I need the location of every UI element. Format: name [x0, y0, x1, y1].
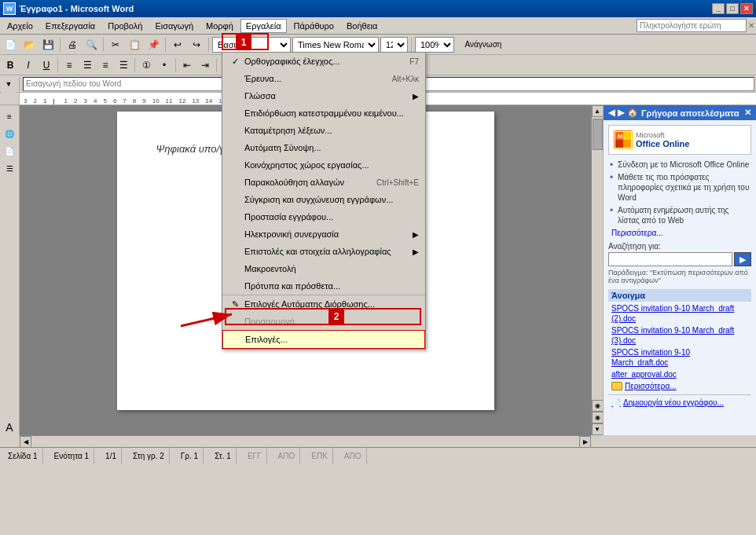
align-right-button[interactable]: ≡ [97, 57, 114, 74]
scroll-track-v[interactable] [593, 117, 603, 400]
panel-nav-back[interactable]: ◀ [608, 108, 615, 118]
panel-search-input[interactable] [608, 252, 732, 266]
customize-label: Προσαρμογή... [244, 317, 302, 326]
scroll-prev-page-btn[interactable]: ◉ [592, 400, 604, 412]
menu-options[interactable]: Επιλογές... [222, 330, 425, 349]
menu-autosummary[interactable]: Αυτόματη Σύνοψη... [222, 139, 425, 156]
bullets-button[interactable]: • [156, 57, 173, 74]
underline-button[interactable]: U [38, 57, 55, 74]
new-doc-link[interactable]: 📄 Δημιουργία νέου εγγράφου... [611, 398, 748, 407]
view-web-btn[interactable]: 🌐 [2, 126, 17, 141]
menu-macros[interactable]: Μακροεντολή [222, 260, 425, 277]
tools-dropdown-menu[interactable]: ✓ Ορθογραφικός έλεγχος... F7 Έρευνα... A… [222, 52, 426, 350]
indent-more-button[interactable]: ⇥ [196, 57, 214, 74]
scroll-up-btn[interactable]: ▲ [592, 105, 604, 117]
scroll-right-btn[interactable]: ▶ [579, 436, 591, 448]
scrollbar-vertical[interactable]: ▲ ◉ ◉ ▼ [591, 105, 603, 435]
close-button[interactable]: ✕ [740, 3, 753, 14]
menu-repair[interactable]: Επιδιόρθωση κατεστραμμένου κειμένου... [222, 104, 425, 122]
scrollbar-horizontal[interactable]: ◀ ▶ [20, 435, 591, 447]
menu-templates[interactable]: Πρότυπα και πρόσθετα... [222, 277, 425, 295]
folder-more-link[interactable]: Περισσότερα... [625, 381, 677, 391]
view-normal-btn[interactable]: ≡ [2, 108, 17, 124]
zoom-combo[interactable]: 100% [415, 37, 454, 53]
menu-letters[interactable]: Επιστολές και στοιχεία αλληλογραφίας ▶ [222, 243, 425, 260]
wordcount-icon [229, 124, 241, 137]
separator-1 [60, 38, 61, 52]
zoom-in-btn[interactable]: A [2, 420, 17, 435]
new-doc-icon: 📄 [611, 398, 621, 407]
menu-search-area: ✕ [637, 19, 754, 32]
scroll-track-h[interactable] [31, 437, 579, 447]
align-left-button[interactable]: ≡ [61, 57, 78, 74]
indent-less-button[interactable]: ⇤ [178, 57, 196, 74]
panel-search-btn[interactable]: ▶ [734, 252, 751, 266]
menu-autocorrect[interactable]: ✎ Επιλογές Αυτόματης Διόρθωσης... [222, 295, 425, 313]
read-mode-button[interactable]: Ανάγνωση [456, 36, 511, 53]
file-link-2[interactable]: SPOCS invitation 9-10 March_draft.doc [611, 347, 748, 368]
menu-workspace[interactable]: Κοινόχρηστος χώρος εργασίας... [222, 156, 425, 174]
file-link-3[interactable]: after_approval.doc [611, 369, 748, 379]
file-link-1[interactable]: SPOCS invitation 9-10 March_draft (3).do… [611, 325, 748, 346]
menu-tools[interactable]: Εργαλεία [240, 19, 287, 33]
bold-button[interactable]: B [2, 57, 19, 74]
menu-language[interactable]: Γλώσσα ▶ [222, 87, 425, 104]
panel-more-link[interactable]: Περισσότερα... [608, 229, 751, 237]
numbering-button[interactable]: ① [138, 57, 155, 74]
italic-button[interactable]: I [20, 57, 37, 74]
menu-protect[interactable]: Προστασία εγγράφου... [222, 208, 425, 225]
panel-nav-forward[interactable]: ▶ [618, 108, 624, 118]
menu-window[interactable]: Πάράθυρο [288, 19, 339, 33]
undo-button[interactable]: ↩ [169, 36, 186, 53]
scroll-thumb-v[interactable] [593, 119, 603, 150]
menu-online-collab[interactable]: Ηλεκτρονική συνεργασία ▶ [222, 225, 425, 243]
panel-close-btn[interactable]: ✕ [744, 108, 751, 118]
print-button[interactable]: 🖨 [64, 36, 81, 53]
style-combo[interactable]: Βασικό [212, 37, 291, 53]
panel-nav-home[interactable]: 🏠 [627, 108, 638, 118]
menu-view[interactable]: Προβολή [102, 19, 148, 33]
menu-search-input[interactable] [637, 19, 747, 32]
maximize-button[interactable]: □ [726, 3, 739, 14]
status-col: Στ. 1 [210, 448, 237, 464]
file-link-0[interactable]: SPOCS invitation 9-10 March_draft (2).do… [611, 303, 748, 324]
menu-spellcheck[interactable]: ✓ Ορθογραφικός έλεγχος... F7 [222, 53, 425, 70]
scroll-down-btn[interactable]: ▼ [592, 423, 604, 435]
menu-trackchanges[interactable]: Παρακολούθηση αλλαγών Ctrl+Shift+E [222, 174, 425, 191]
justify-button[interactable]: ☰ [115, 57, 132, 74]
paste-button[interactable]: 📌 [145, 36, 162, 53]
macros-icon [229, 262, 241, 275]
menu-customize[interactable]: Προσαρμογή... [222, 313, 425, 330]
redo-button[interactable]: ↪ [188, 36, 205, 53]
repair-label: Επιδιόρθωση κατεστραμμένου κειμένου... [244, 108, 404, 118]
field-select[interactable]: ▼ [2, 75, 16, 93]
scroll-next-page-btn[interactable]: ◉ [592, 412, 604, 423]
menu-compare[interactable]: Σύγκριση και συγχώνευση εγγράφων... [222, 191, 425, 208]
align-center-button[interactable]: ☰ [79, 57, 96, 74]
copy-button[interactable]: 📋 [126, 36, 143, 53]
font-combo[interactable]: Times New Roman [292, 37, 379, 53]
preview-button[interactable]: 🔍 [83, 36, 100, 53]
menu-search-close[interactable]: ✕ [748, 21, 754, 30]
menu-wordcount[interactable]: Καταμέτρηση λέξεων... [222, 122, 425, 139]
view-outline-btn[interactable]: ☰ [2, 160, 17, 176]
menu-help[interactable]: Βοήθεια [341, 19, 383, 33]
separator-5 [411, 38, 412, 52]
save-button[interactable]: 💾 [39, 36, 57, 53]
open-button[interactable]: 📂 [20, 36, 38, 53]
collab-icon [229, 228, 241, 240]
wordcount-label: Καταμέτρηση λέξεων... [244, 126, 332, 135]
cut-button[interactable]: ✂ [107, 36, 124, 53]
font-size-combo[interactable]: 12 [380, 37, 408, 53]
minimize-button[interactable]: _ [712, 3, 725, 14]
panel-title: Γρήγορα αποτελέσματα [641, 108, 739, 118]
menu-format[interactable]: Μορφή [200, 19, 239, 33]
menu-edit[interactable]: Επεξεργασία [40, 19, 101, 33]
menu-insert[interactable]: Εισαγωγή [149, 19, 199, 33]
menu-research[interactable]: Έρευνα... Alt+Κλκ [222, 70, 425, 87]
window-controls[interactable]: _ □ ✕ [712, 3, 753, 14]
scroll-left-btn[interactable]: ◀ [20, 436, 31, 448]
view-print-btn[interactable]: 📄 [2, 143, 17, 159]
new-button[interactable]: 📄 [2, 36, 19, 53]
menu-file[interactable]: Αρχείο [2, 19, 39, 33]
